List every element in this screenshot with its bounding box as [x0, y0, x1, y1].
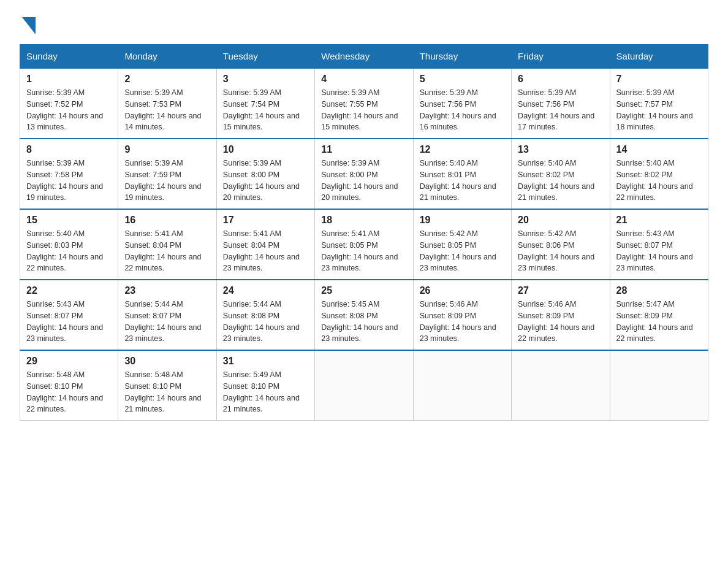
- day-number: 28: [616, 285, 702, 296]
- day-of-week-header: Monday: [118, 45, 216, 69]
- calendar-cell: 14Sunrise: 5:40 AMSunset: 8:02 PMDayligh…: [610, 139, 708, 209]
- calendar-cell: 30Sunrise: 5:48 AMSunset: 8:10 PMDayligh…: [118, 350, 216, 421]
- calendar-cell: 31Sunrise: 5:49 AMSunset: 8:10 PMDayligh…: [216, 350, 314, 421]
- day-number: 5: [420, 74, 505, 85]
- day-number: 13: [518, 144, 603, 155]
- calendar-cell: 12Sunrise: 5:40 AMSunset: 8:01 PMDayligh…: [413, 139, 511, 209]
- day-info: Sunrise: 5:47 AMSunset: 8:09 PMDaylight:…: [616, 299, 702, 345]
- day-number: 8: [26, 144, 112, 155]
- day-number: 29: [26, 356, 112, 367]
- day-info: Sunrise: 5:42 AMSunset: 8:06 PMDaylight:…: [518, 228, 603, 274]
- calendar-cell: 8Sunrise: 5:39 AMSunset: 7:58 PMDaylight…: [20, 139, 118, 209]
- day-number: 4: [321, 74, 406, 85]
- day-number: 23: [124, 285, 210, 296]
- day-info: Sunrise: 5:41 AMSunset: 8:04 PMDaylight:…: [223, 228, 308, 274]
- day-of-week-header: Wednesday: [315, 45, 413, 69]
- day-number: 17: [223, 215, 308, 226]
- calendar-week-row: 29Sunrise: 5:48 AMSunset: 8:10 PMDayligh…: [20, 350, 708, 421]
- day-number: 7: [616, 74, 702, 85]
- calendar-cell: 17Sunrise: 5:41 AMSunset: 8:04 PMDayligh…: [216, 209, 314, 280]
- calendar-cell: 13Sunrise: 5:40 AMSunset: 8:02 PMDayligh…: [512, 139, 610, 209]
- calendar-cell: 3Sunrise: 5:39 AMSunset: 7:54 PMDaylight…: [216, 68, 314, 139]
- day-number: 27: [518, 285, 603, 296]
- day-number: 16: [124, 215, 210, 226]
- day-info: Sunrise: 5:46 AMSunset: 8:09 PMDaylight:…: [518, 299, 603, 345]
- calendar-cell: 27Sunrise: 5:46 AMSunset: 8:09 PMDayligh…: [512, 280, 610, 350]
- calendar-cell: 24Sunrise: 5:44 AMSunset: 8:08 PMDayligh…: [216, 280, 314, 350]
- calendar-header-row: SundayMondayTuesdayWednesdayThursdayFrid…: [20, 45, 708, 69]
- calendar-cell: [413, 350, 511, 421]
- day-number: 26: [420, 285, 505, 296]
- day-info: Sunrise: 5:39 AMSunset: 7:58 PMDaylight:…: [26, 158, 112, 204]
- calendar-week-row: 15Sunrise: 5:40 AMSunset: 8:03 PMDayligh…: [20, 209, 708, 280]
- calendar-cell: 18Sunrise: 5:41 AMSunset: 8:05 PMDayligh…: [315, 209, 413, 280]
- day-of-week-header: Sunday: [20, 45, 118, 69]
- day-number: 20: [518, 215, 603, 226]
- day-info: Sunrise: 5:39 AMSunset: 7:57 PMDaylight:…: [616, 87, 702, 133]
- calendar-cell: 2Sunrise: 5:39 AMSunset: 7:53 PMDaylight…: [118, 68, 216, 139]
- calendar-cell: 10Sunrise: 5:39 AMSunset: 8:00 PMDayligh…: [216, 139, 314, 209]
- calendar-cell: 23Sunrise: 5:44 AMSunset: 8:07 PMDayligh…: [118, 280, 216, 350]
- day-info: Sunrise: 5:48 AMSunset: 8:10 PMDaylight:…: [26, 369, 112, 415]
- calendar-cell: 16Sunrise: 5:41 AMSunset: 8:04 PMDayligh…: [118, 209, 216, 280]
- day-info: Sunrise: 5:48 AMSunset: 8:10 PMDaylight:…: [124, 369, 210, 415]
- calendar-cell: 20Sunrise: 5:42 AMSunset: 8:06 PMDayligh…: [512, 209, 610, 280]
- day-info: Sunrise: 5:40 AMSunset: 8:02 PMDaylight:…: [616, 158, 702, 204]
- day-number: 12: [420, 144, 505, 155]
- day-info: Sunrise: 5:39 AMSunset: 7:56 PMDaylight:…: [420, 87, 505, 133]
- calendar-cell: 5Sunrise: 5:39 AMSunset: 7:56 PMDaylight…: [413, 68, 511, 139]
- day-of-week-header: Thursday: [413, 45, 511, 69]
- day-info: Sunrise: 5:39 AMSunset: 7:56 PMDaylight:…: [518, 87, 603, 133]
- day-info: Sunrise: 5:42 AMSunset: 8:05 PMDaylight:…: [420, 228, 505, 274]
- day-number: 19: [420, 215, 505, 226]
- calendar-cell: 1Sunrise: 5:39 AMSunset: 7:52 PMDaylight…: [20, 68, 118, 139]
- day-info: Sunrise: 5:40 AMSunset: 8:01 PMDaylight:…: [420, 158, 505, 204]
- day-number: 31: [223, 356, 308, 367]
- calendar-week-row: 8Sunrise: 5:39 AMSunset: 7:58 PMDaylight…: [20, 139, 708, 209]
- calendar-cell: 4Sunrise: 5:39 AMSunset: 7:55 PMDaylight…: [315, 68, 413, 139]
- page-header: [20, 15, 708, 37]
- day-info: Sunrise: 5:40 AMSunset: 8:03 PMDaylight:…: [26, 228, 112, 274]
- day-of-week-header: Friday: [512, 45, 610, 69]
- day-info: Sunrise: 5:46 AMSunset: 8:09 PMDaylight:…: [420, 299, 505, 345]
- calendar-cell: 21Sunrise: 5:43 AMSunset: 8:07 PMDayligh…: [610, 209, 708, 280]
- day-info: Sunrise: 5:39 AMSunset: 8:00 PMDaylight:…: [223, 158, 308, 204]
- day-number: 2: [124, 74, 210, 85]
- day-info: Sunrise: 5:41 AMSunset: 8:05 PMDaylight:…: [321, 228, 406, 274]
- calendar-cell: [315, 350, 413, 421]
- day-number: 9: [124, 144, 210, 155]
- day-number: 14: [616, 144, 702, 155]
- calendar-cell: 7Sunrise: 5:39 AMSunset: 7:57 PMDaylight…: [610, 68, 708, 139]
- calendar-cell: 22Sunrise: 5:43 AMSunset: 8:07 PMDayligh…: [20, 280, 118, 350]
- day-info: Sunrise: 5:40 AMSunset: 8:02 PMDaylight:…: [518, 158, 603, 204]
- calendar-cell: 11Sunrise: 5:39 AMSunset: 8:00 PMDayligh…: [315, 139, 413, 209]
- calendar-cell: 29Sunrise: 5:48 AMSunset: 8:10 PMDayligh…: [20, 350, 118, 421]
- logo: [20, 15, 36, 37]
- day-info: Sunrise: 5:39 AMSunset: 7:55 PMDaylight:…: [321, 87, 406, 133]
- day-of-week-header: Tuesday: [216, 45, 314, 69]
- day-number: 30: [124, 356, 210, 367]
- day-info: Sunrise: 5:39 AMSunset: 7:53 PMDaylight:…: [124, 87, 210, 133]
- day-of-week-header: Saturday: [610, 45, 708, 69]
- calendar-cell: 15Sunrise: 5:40 AMSunset: 8:03 PMDayligh…: [20, 209, 118, 280]
- day-number: 22: [26, 285, 112, 296]
- calendar-cell: [610, 350, 708, 421]
- day-number: 24: [223, 285, 308, 296]
- calendar-cell: 9Sunrise: 5:39 AMSunset: 7:59 PMDaylight…: [118, 139, 216, 209]
- day-info: Sunrise: 5:45 AMSunset: 8:08 PMDaylight:…: [321, 299, 406, 345]
- day-info: Sunrise: 5:41 AMSunset: 8:04 PMDaylight:…: [124, 228, 210, 274]
- day-number: 3: [223, 74, 308, 85]
- day-number: 21: [616, 215, 702, 226]
- svg-marker-0: [22, 17, 36, 34]
- day-info: Sunrise: 5:39 AMSunset: 7:54 PMDaylight:…: [223, 87, 308, 133]
- day-number: 10: [223, 144, 308, 155]
- day-number: 6: [518, 74, 603, 85]
- day-info: Sunrise: 5:44 AMSunset: 8:07 PMDaylight:…: [124, 299, 210, 345]
- calendar-week-row: 22Sunrise: 5:43 AMSunset: 8:07 PMDayligh…: [20, 280, 708, 350]
- day-info: Sunrise: 5:39 AMSunset: 7:52 PMDaylight:…: [26, 87, 112, 133]
- calendar-cell: 19Sunrise: 5:42 AMSunset: 8:05 PMDayligh…: [413, 209, 511, 280]
- day-number: 1: [26, 74, 112, 85]
- calendar-cell: [512, 350, 610, 421]
- day-info: Sunrise: 5:43 AMSunset: 8:07 PMDaylight:…: [616, 228, 702, 274]
- calendar-table: SundayMondayTuesdayWednesdayThursdayFrid…: [20, 44, 708, 421]
